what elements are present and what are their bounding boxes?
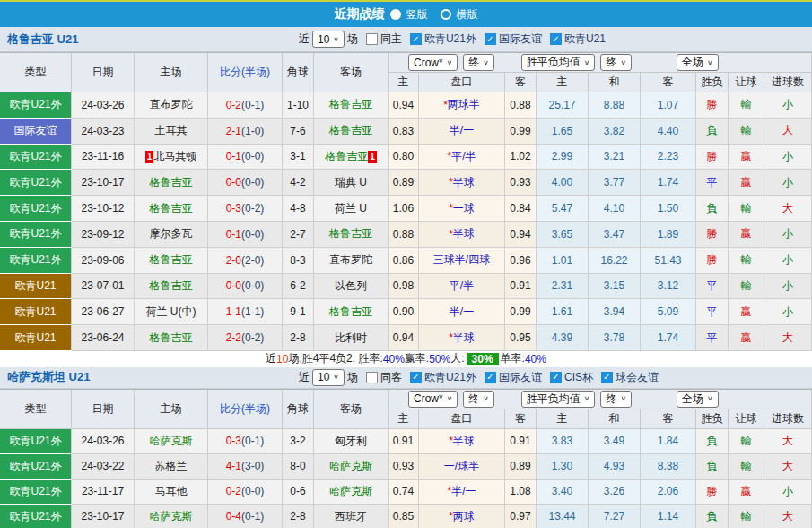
handicap-name: 三球半/四球 xyxy=(433,252,490,268)
away-team: 格鲁吉亚 xyxy=(314,222,389,248)
away-team-name: 西班牙 xyxy=(335,509,367,524)
goals-result: 大 xyxy=(764,196,812,222)
mean-draw: 3.77 xyxy=(589,170,641,196)
radio-horizontal-label[interactable]: 横版 xyxy=(457,7,478,22)
summary-part: 10 xyxy=(276,353,288,365)
win-draw-loss-result: 負 xyxy=(696,196,729,222)
summary-part: 40% xyxy=(525,353,546,365)
home-odds: 0.94 xyxy=(389,92,419,119)
home-team-name: 格鲁吉亚 xyxy=(150,201,193,216)
league-checkbox[interactable]: ✓ xyxy=(550,372,562,383)
match-date: 24-03-26 xyxy=(72,92,135,119)
full-time-score: 0-0 xyxy=(226,279,241,292)
match-filter: 近10∨场同客✓欧青U21外✓国际友谊✓CIS杯✓球会友谊 xyxy=(299,369,659,386)
final-mean-select[interactable]: 终∨ xyxy=(600,54,632,71)
match-date: 23-06-24 xyxy=(72,325,135,351)
home-team: 格鲁吉亚 xyxy=(135,248,208,274)
league-label: 欧青U21 xyxy=(564,31,606,47)
select-value: 10 xyxy=(318,371,329,383)
mean-away: 4.40 xyxy=(641,119,696,145)
home-team: 格鲁吉亚 xyxy=(135,170,208,196)
home-team: 荷兰 U(中) xyxy=(135,299,208,325)
match-score: 2-0(2-0) xyxy=(208,248,283,274)
final-odds-select[interactable]: 终∨ xyxy=(463,54,494,71)
results-table: 类型日期主场比分(半场)角球客场Crow*∨终∨胜平负均值∨终∨全场∨主盘口客主… xyxy=(0,52,812,351)
away-team-name: 格鲁吉亚 xyxy=(329,123,372,138)
summary-part: 近 xyxy=(266,351,276,366)
near-label: 近 xyxy=(299,31,310,47)
odds-toolbar: Crow*∨终∨胜平负均值∨终∨全场∨ xyxy=(389,53,812,73)
scope-select[interactable]: 全场∨ xyxy=(677,391,719,408)
home-team-name: 格鲁吉亚 xyxy=(150,278,193,294)
column-subheader: 主 xyxy=(389,409,419,429)
scope-select[interactable]: 全场∨ xyxy=(677,54,719,71)
final-odds-select[interactable]: 终∨ xyxy=(463,391,494,408)
home-odds: 0.93 xyxy=(389,454,419,480)
home-team-name: 哈萨克斯 xyxy=(150,509,193,524)
same-venue-checkbox[interactable] xyxy=(366,372,378,383)
radio-vertical-selected-icon[interactable] xyxy=(390,9,401,20)
final-mean-select[interactable]: 终∨ xyxy=(600,391,632,408)
chevron-down-icon: ∨ xyxy=(620,395,626,402)
select-value: 终 xyxy=(468,55,479,70)
corner-count: 2-7 xyxy=(283,222,314,248)
chevron-down-icon: ∨ xyxy=(707,395,713,402)
mean-draw: 3.94 xyxy=(589,299,641,325)
odds-source-select[interactable]: Crow*∨ xyxy=(408,391,458,408)
win-draw-loss-result: 勝 xyxy=(696,92,729,119)
league-checkbox[interactable]: ✓ xyxy=(485,372,496,383)
full-time-score: 0-1 xyxy=(226,150,241,163)
same-venue-checkbox[interactable] xyxy=(366,33,378,45)
away-team-name: 格鲁吉亚 xyxy=(329,226,372,242)
match-score: 0-2(0-0) xyxy=(208,480,283,505)
summary-part: 大: xyxy=(450,351,464,366)
win-draw-loss-result: 負 xyxy=(696,429,729,454)
handicap-result: 輸 xyxy=(729,454,764,480)
match-date: 24-03-22 xyxy=(72,454,135,480)
league-checkbox[interactable]: ✓ xyxy=(410,33,422,45)
match-date: 23-09-06 xyxy=(72,248,135,274)
away-team-name: 哈萨克斯 xyxy=(329,459,372,474)
select-value: 胜平负均值 xyxy=(527,392,581,407)
odds-source-select[interactable]: Crow*∨ xyxy=(408,54,458,71)
recent-count-select[interactable]: 10∨ xyxy=(312,369,345,386)
away-odds: 0.99 xyxy=(505,299,537,325)
home-team-name: 格鲁吉亚 xyxy=(150,330,193,346)
match-type-badge: 欧青U21 xyxy=(0,325,72,351)
home-odds: 0.89 xyxy=(389,170,419,196)
column-subheader: 客 xyxy=(641,73,696,92)
away-team: 格鲁吉亚 xyxy=(314,299,389,325)
match-type-badge: 欧青U21外 xyxy=(0,145,72,171)
mean-odds-select[interactable]: 胜平负均值∨ xyxy=(521,54,596,71)
mean-home: 1.61 xyxy=(537,299,589,325)
goals-result: 小 xyxy=(764,248,812,274)
league-checkbox[interactable]: ✓ xyxy=(410,372,422,383)
page-title: 近期战绩 xyxy=(335,6,385,22)
mean-odds-select[interactable]: 胜平负均值∨ xyxy=(521,391,596,408)
match-date: 23-11-17 xyxy=(72,480,135,505)
handicap-name: 一球 xyxy=(453,201,475,216)
away-odds: 0.99 xyxy=(505,119,537,145)
half-time-score: (2-0) xyxy=(241,254,264,267)
half-time-score: (0-2) xyxy=(241,202,264,215)
match-date: 23-07-01 xyxy=(72,274,135,300)
corner-count: 4-2 xyxy=(283,170,314,196)
league-checkbox[interactable]: ✓ xyxy=(601,372,613,383)
corner-count: 3-2 xyxy=(283,429,314,454)
league-checkbox[interactable]: ✓ xyxy=(485,33,496,45)
home-odds: 0.90 xyxy=(389,299,419,325)
column-subheader: 客 xyxy=(505,409,537,429)
recent-count-select[interactable]: 10∨ xyxy=(312,31,345,48)
mean-draw: 3.15 xyxy=(589,274,641,300)
chevron-down-icon: ∨ xyxy=(333,374,339,381)
home-odds: 0.91 xyxy=(389,429,419,454)
mean-draw: 3.78 xyxy=(589,325,641,351)
column-subheader: 客 xyxy=(505,73,537,92)
away-odds: 0.96 xyxy=(505,248,537,274)
match-filter: 近10∨场同主✓欧青U21外✓国际友谊✓欧青U21 xyxy=(299,31,606,48)
column-header: 主场 xyxy=(135,53,208,92)
league-checkbox[interactable]: ✓ xyxy=(550,33,562,45)
radio-horizontal-icon[interactable] xyxy=(441,9,451,20)
radio-vertical-label[interactable]: 竖版 xyxy=(406,7,428,22)
match-score: 2-1(1-0) xyxy=(208,119,283,145)
